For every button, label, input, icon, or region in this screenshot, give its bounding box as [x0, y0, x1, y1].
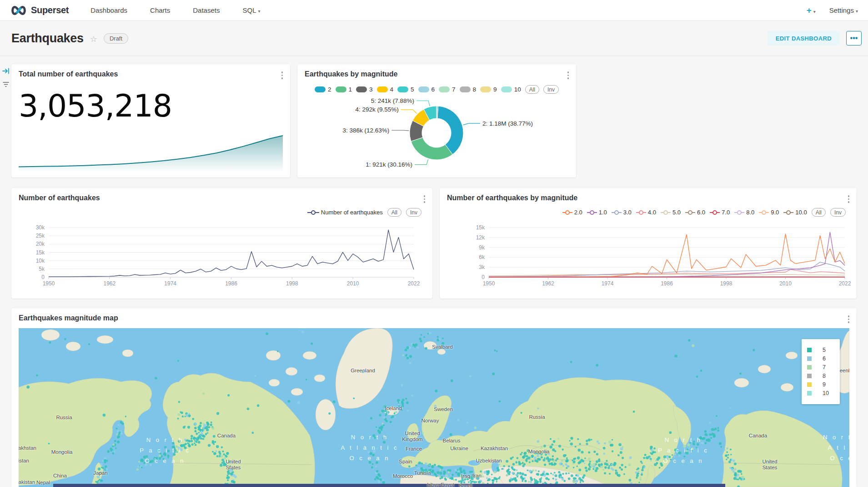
legend-label: 5 — [823, 347, 826, 353]
legend-label: 10.0 — [795, 209, 807, 216]
legend-item-mag-6.0[interactable]: 6.0 — [685, 209, 705, 216]
legend-all-button[interactable]: All — [812, 208, 826, 217]
edit-dashboard-button[interactable]: EDIT DASHBOARD — [768, 31, 840, 46]
svg-text:2010: 2010 — [779, 280, 792, 287]
map-legend-item-10[interactable]: 10 — [807, 390, 834, 396]
favorite-star-icon[interactable]: ☆ — [90, 34, 97, 44]
expand-filter-bar-icon[interactable] — [2, 67, 10, 75]
donut-legend-item-7[interactable]: 7 — [439, 86, 456, 93]
legend-item-mag-1.0[interactable]: 1.0 — [587, 209, 607, 216]
chart-menu-kebab-icon[interactable] — [847, 315, 851, 324]
donut-legend-item-5[interactable]: 5 — [397, 86, 414, 93]
line-chart-number-of-earthquakes[interactable]: 05k10k15k20k25k30k1950196219741986199820… — [11, 219, 432, 294]
svg-text:3k: 3k — [479, 264, 485, 270]
donut-legend-item-6[interactable]: 6 — [418, 86, 435, 93]
filter-icon[interactable] — [2, 80, 10, 88]
donut-legend-item-1[interactable]: 1 — [336, 86, 352, 93]
legend-label: 4 — [390, 86, 394, 93]
donut-slice-1[interactable] — [411, 137, 452, 160]
legend-label: 8.0 — [746, 209, 754, 216]
card-earthquakes-by-magnitude-timeseries: Number of earthquakes by magnitude 2.01.… — [440, 188, 857, 299]
chart-title: Total number of earthquakes — [19, 70, 118, 78]
legend-item-mag-8.0[interactable]: 8.0 — [734, 209, 754, 216]
settings-menu[interactable]: Settings▾ — [829, 6, 858, 14]
donut-legend-item-3[interactable]: 3 — [356, 86, 373, 93]
donut-legend-item-4[interactable]: 4 — [377, 86, 394, 93]
chevron-down-icon: ▾ — [813, 9, 816, 14]
chart-menu-kebab-icon[interactable] — [281, 71, 284, 80]
map-legend-item-8[interactable]: 8 — [807, 373, 834, 379]
donut-legend-item-10[interactable]: 10 — [501, 86, 521, 93]
more-options-button[interactable]: ••• — [846, 31, 862, 46]
map-country-label: Pakistan — [19, 479, 35, 485]
svg-text:0: 0 — [482, 274, 485, 280]
legend-all-button[interactable]: All — [525, 85, 539, 94]
legend-label: 5 — [411, 86, 414, 93]
line-chart-by-magnitude[interactable]: 03k6k9k12k15k195019621974198619982010202… — [440, 219, 857, 294]
line1-legend: Number of earthquakes All Inv — [307, 208, 421, 217]
map-legend-item-5[interactable]: 5 — [807, 347, 834, 353]
legend-item-number-of-earthquakes[interactable]: Number of earthquakes — [307, 209, 383, 216]
legend-inv-button[interactable]: Inv — [406, 208, 421, 217]
legend-label: 2 — [328, 86, 331, 93]
legend-chip-icon — [501, 86, 512, 92]
legend-inv-button[interactable]: Inv — [543, 85, 559, 94]
line2-legend: 2.01.03.04.05.06.07.08.09.010.0AllInv — [562, 208, 846, 217]
superset-logo[interactable]: Superset — [10, 5, 69, 16]
nav-item-sql[interactable]: SQL▾ — [242, 6, 260, 14]
legend-label: 1.0 — [599, 209, 607, 216]
donut-callout-label: 4: 292k (9.55%) — [356, 106, 399, 113]
donut-legend-item-8[interactable]: 8 — [460, 86, 477, 93]
legend-label: 2.0 — [574, 209, 582, 216]
donut-legend-item-9[interactable]: 9 — [480, 86, 497, 93]
svg-text:1998: 1998 — [286, 280, 298, 287]
map-country-label: Ukraine — [450, 446, 468, 451]
map-country-label: United States — [762, 459, 777, 471]
series-line-number-of-earthquakes — [49, 230, 414, 277]
legend-item-mag-10.0[interactable]: 10.0 — [783, 209, 807, 216]
chart-menu-kebab-icon[interactable] — [423, 194, 426, 204]
svg-text:25k: 25k — [36, 233, 45, 239]
line-series-marker-icon — [636, 210, 646, 215]
legend-item-mag-9.0[interactable]: 9.0 — [759, 209, 779, 216]
map-country-label: kistan — [19, 458, 29, 464]
legend-all-button[interactable]: All — [387, 208, 401, 217]
legend-item-mag-4.0[interactable]: 4.0 — [636, 209, 656, 216]
legend-label: 9.0 — [771, 209, 779, 216]
series-line-4.0 — [489, 269, 845, 276]
world-map[interactable]: RussiaMongoliaChinaJapanzakhstankistanPa… — [19, 328, 849, 487]
svg-text:1950: 1950 — [43, 280, 55, 287]
chart-menu-kebab-icon[interactable] — [567, 71, 570, 80]
map-legend-item-7[interactable]: 7 — [807, 364, 834, 370]
legend-label: 9 — [823, 381, 826, 388]
map-country-label: Japan — [93, 470, 107, 476]
nav-item-dashboards[interactable]: Dashboards — [90, 6, 127, 14]
legend-inv-button[interactable]: Inv — [830, 208, 846, 217]
svg-text:1962: 1962 — [103, 280, 115, 287]
legend-item-mag-2.0[interactable]: 2.0 — [562, 209, 582, 216]
chart-menu-kebab-icon[interactable] — [847, 194, 851, 204]
map-country-label: Libya — [427, 482, 440, 487]
header-actions: EDIT DASHBOARD ••• — [768, 31, 862, 46]
nav-item-charts[interactable]: Charts — [150, 6, 170, 14]
map-ocean-label: N o r t h A t l a O c e — [823, 432, 849, 463]
legend-label: 4.0 — [648, 209, 656, 216]
new-item-button[interactable]: +▾ — [807, 5, 816, 15]
map-country-label: Spain — [399, 459, 412, 465]
legend-label: 5.0 — [672, 209, 681, 216]
map-legend-item-9[interactable]: 9 — [807, 381, 834, 388]
legend-item-mag-7.0[interactable]: 7.0 — [710, 209, 730, 216]
legend-swatch-icon — [807, 382, 812, 387]
line-series-marker-icon — [710, 210, 720, 215]
legend-item-mag-3.0[interactable]: 3.0 — [612, 209, 632, 216]
nav-right: +▾ Settings▾ — [807, 5, 858, 15]
legend-label: 6.0 — [697, 209, 705, 216]
nav-item-datasets[interactable]: Datasets — [193, 6, 220, 14]
map-country-label: China — [53, 473, 67, 479]
legend-item-mag-5.0[interactable]: 5.0 — [661, 209, 681, 216]
superset-dashboard-page: Superset Dashboards Charts Datasets SQL▾… — [0, 0, 868, 487]
map-country-label: Russia — [529, 414, 545, 420]
donut-chart[interactable]: 2: 1.18M (38.77%)1: 921k (30.16%)3: 386k… — [297, 93, 576, 175]
donut-legend-item-2[interactable]: 2 — [315, 86, 331, 93]
map-legend-item-6[interactable]: 6 — [807, 355, 834, 362]
